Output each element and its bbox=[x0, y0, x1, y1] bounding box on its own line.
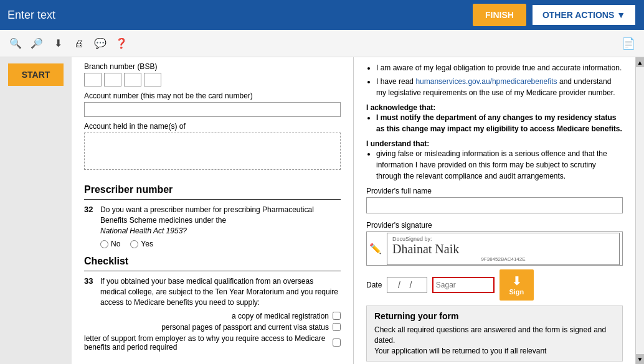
question-32-row: 32 Do you want a prescriber number for p… bbox=[84, 205, 341, 236]
help-icon[interactable]: ❓ bbox=[112, 34, 131, 53]
date-row: Date / / ⬇ Sign bbox=[366, 269, 623, 301]
q32-number: 32 bbox=[84, 205, 97, 236]
signature-box: ✏️ DocuSigned by: Dhainat Naik 9F38452BA… bbox=[366, 231, 623, 266]
declaration-bullets: I am aware of my legal obligation to pro… bbox=[366, 62, 623, 98]
no-radio-label: No bbox=[100, 240, 120, 248]
docusign-content: DocuSigned by: Dhainat Naik 9F38452BAC41… bbox=[387, 233, 620, 265]
yes-radio[interactable] bbox=[130, 240, 138, 248]
form-panel: Branch number (BSB) Account number (this… bbox=[72, 57, 354, 364]
date-slash-1: / bbox=[398, 280, 400, 290]
checklist-title: Checklist bbox=[84, 256, 341, 267]
bullet-2: I have read humanservices.gov.au/hpmedic… bbox=[376, 76, 623, 98]
prescriber-number-title: Prescriber number bbox=[84, 184, 341, 195]
returning-text-1: Check all required questions are answere… bbox=[374, 325, 615, 346]
pen-icon: ✏️ bbox=[369, 243, 382, 254]
provider-signature-label: Provider's signature bbox=[366, 221, 623, 230]
docusign-id: 9F38452BAC4142E bbox=[392, 256, 614, 262]
q33-number: 33 bbox=[84, 276, 97, 307]
returning-text-2: Your application will be returned to you… bbox=[374, 346, 615, 357]
toolbar-left: 🔍 🔎 ⬇ 🖨 💬 ❓ bbox=[6, 34, 131, 53]
other-actions-button[interactable]: OTHER ACTIONS ▼ bbox=[531, 4, 637, 26]
header: Enter text FINISH OTHER ACTIONS ▼ bbox=[0, 0, 644, 30]
question-33-row: 33 If you obtained your base medical qua… bbox=[84, 276, 341, 307]
understand-bullets: giving false or misleading information i… bbox=[366, 148, 623, 182]
section-divider-2 bbox=[84, 271, 341, 271]
date-year bbox=[414, 281, 422, 289]
right-panel: I am aware of my legal obligation to pro… bbox=[354, 57, 635, 364]
toolbar-right: 📄 bbox=[619, 34, 638, 53]
finish-button[interactable]: FINISH bbox=[473, 4, 526, 26]
download-icon[interactable]: ⬇ bbox=[49, 34, 67, 53]
no-radio[interactable] bbox=[100, 240, 108, 248]
account-number-label: Account number (this may not be the card… bbox=[84, 91, 341, 100]
yes-radio-label: Yes bbox=[130, 240, 153, 248]
acknowledge-bullet: I must notify the department of any chan… bbox=[376, 112, 623, 134]
checkbox1[interactable] bbox=[333, 312, 341, 320]
date-label: Date bbox=[366, 281, 382, 289]
q33-text: If you obtained your base medical qualif… bbox=[100, 276, 341, 307]
provider-name-input[interactable] bbox=[366, 197, 623, 213]
returning-section: Returning your form Check all required q… bbox=[366, 306, 623, 362]
scrollbar[interactable]: ▲ ▼ bbox=[635, 57, 644, 364]
q32-text: Do you want a prescriber number for pres… bbox=[100, 205, 341, 236]
acknowledge-label: I acknowledge that: bbox=[366, 103, 623, 112]
branch-number-label: Branch number (BSB) bbox=[84, 62, 341, 71]
hpm-link[interactable]: humanservices.gov.au/hpmedicarebenefits bbox=[415, 77, 557, 86]
section-divider-1 bbox=[84, 199, 341, 200]
header-buttons: FINISH OTHER ACTIONS ▼ bbox=[473, 4, 637, 26]
left-panel: START bbox=[0, 57, 72, 364]
acknowledge-bullets: I must notify the department of any chan… bbox=[366, 112, 623, 134]
checkbox2-row: personal pages of passport and current v… bbox=[84, 323, 341, 332]
sign-icon: ⬇ bbox=[512, 274, 521, 288]
q32-radio-group: No Yes bbox=[100, 240, 341, 248]
docusign-label: DocuSigned by: bbox=[392, 236, 614, 242]
bsb-box-4[interactable] bbox=[144, 73, 161, 86]
name-input[interactable] bbox=[432, 277, 495, 293]
checkbox3[interactable] bbox=[333, 338, 341, 347]
provider-name-label: Provider's full name bbox=[366, 187, 623, 195]
checkbox2[interactable] bbox=[333, 323, 341, 331]
zoom-out-icon[interactable]: 🔎 bbox=[27, 34, 46, 53]
date-slash-2: / bbox=[410, 280, 412, 290]
zoom-in-icon[interactable]: 🔍 bbox=[6, 34, 25, 53]
understand-bullet: giving false or misleading information i… bbox=[376, 148, 623, 182]
start-button[interactable]: START bbox=[8, 63, 64, 86]
date-month bbox=[403, 281, 407, 289]
document-icon[interactable]: 📄 bbox=[619, 34, 638, 53]
returning-title: Returning your form bbox=[374, 311, 615, 321]
account-held-label: Account held in the name(s) of bbox=[84, 122, 341, 131]
scroll-down-arrow[interactable]: ▼ bbox=[636, 354, 644, 364]
bsb-group bbox=[84, 73, 341, 86]
bsb-box-2[interactable] bbox=[104, 73, 121, 86]
understand-label: I understand that: bbox=[366, 139, 623, 148]
toolbar: 🔍 🔎 ⬇ 🖨 💬 ❓ 📄 bbox=[0, 30, 644, 57]
print-icon[interactable]: 🖨 bbox=[70, 34, 88, 53]
checkbox1-row: a copy of medical registration bbox=[84, 312, 341, 320]
bsb-box-1[interactable] bbox=[84, 73, 102, 86]
docusign-name: Dhainat Naik bbox=[392, 242, 614, 256]
annotation-icon[interactable]: 💬 bbox=[91, 34, 110, 53]
page-title: Enter text bbox=[7, 9, 55, 22]
bullet-1: I am aware of my legal obligation to pro… bbox=[376, 62, 623, 73]
bsb-box-3[interactable] bbox=[124, 73, 141, 86]
date-day bbox=[391, 281, 395, 289]
date-box: / / bbox=[387, 277, 427, 293]
account-number-input[interactable] bbox=[84, 102, 341, 117]
main-content: START Branch number (BSB) Account number… bbox=[0, 57, 644, 364]
sign-label: Sign bbox=[509, 288, 524, 296]
checkbox3-row: letter of support from employer as to wh… bbox=[84, 334, 341, 352]
account-held-textarea[interactable] bbox=[84, 133, 341, 170]
scroll-up-arrow[interactable]: ▲ bbox=[636, 57, 644, 67]
sign-button[interactable]: ⬇ Sign bbox=[500, 269, 534, 301]
